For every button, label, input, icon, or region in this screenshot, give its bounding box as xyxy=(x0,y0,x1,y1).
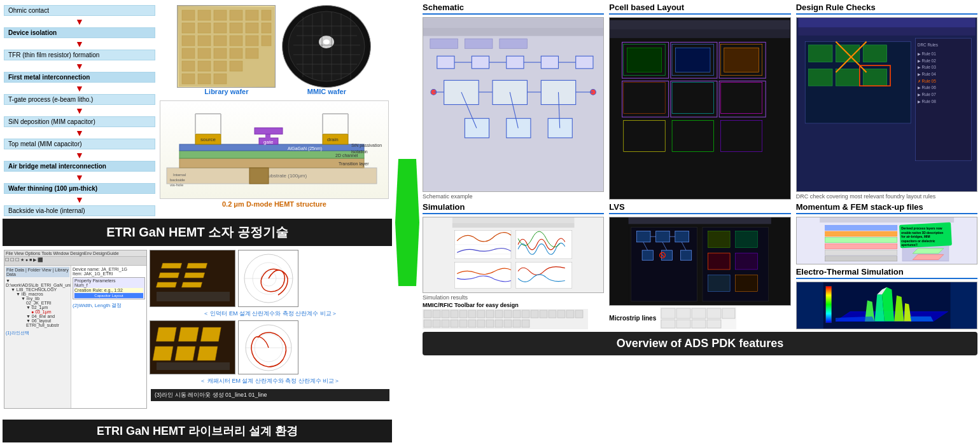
process-sin: SiN deposition (MIM capacitor) xyxy=(4,116,155,127)
process-first-metal: First metal interconnection xyxy=(4,72,155,83)
svg-text:isolation: isolation xyxy=(351,149,368,154)
svg-rect-255 xyxy=(825,250,897,255)
svg-rect-221 xyxy=(656,231,670,242)
pcell-title: Pcell based Layout xyxy=(609,3,790,15)
svg-rect-207 xyxy=(451,320,458,327)
svg-rect-256 xyxy=(825,256,897,261)
process-ohmic: Ohmic contact xyxy=(4,5,155,16)
svg-rect-49 xyxy=(179,158,364,168)
svg-rect-30 xyxy=(214,74,227,84)
toolbar-icons-svg xyxy=(423,309,588,329)
svg-marker-261 xyxy=(913,254,944,259)
svg-rect-110 xyxy=(541,56,558,69)
momentum-screenshot: Derived process layers now enable native… xyxy=(796,217,977,264)
svg-rect-193 xyxy=(486,310,494,318)
svg-rect-106 xyxy=(500,39,528,48)
svg-text:Derived process layers now: Derived process layers now xyxy=(901,227,942,230)
svg-rect-211 xyxy=(486,320,494,327)
svg-text:apertures!!: apertures!! xyxy=(901,243,918,247)
mmic-wafer-label: MMIC wafer xyxy=(307,88,346,95)
svg-marker-260 xyxy=(913,249,944,254)
svg-rect-227 xyxy=(681,250,692,261)
ads-overview-title: Overview of ADS PDK features xyxy=(423,332,977,355)
svg-rect-176 xyxy=(452,217,575,223)
svg-rect-195 xyxy=(504,310,512,318)
svg-rect-197 xyxy=(522,310,529,318)
svg-rect-6 xyxy=(262,10,271,20)
svg-text:▶ Rule 06: ▶ Rule 06 xyxy=(917,85,935,90)
inductor-images: ＜ 인덕터 EM 설계 산란계수와 측정 산란계수 비교＞ xyxy=(150,250,391,416)
svg-rect-212 xyxy=(495,320,503,327)
svg-rect-247 xyxy=(692,320,706,328)
svg-rect-186 xyxy=(424,310,431,318)
svg-rect-201 xyxy=(557,310,565,318)
svg-rect-159 xyxy=(808,69,832,86)
svg-rect-213 xyxy=(504,320,512,327)
arrow-9: ▼ xyxy=(4,195,155,204)
svg-rect-254 xyxy=(825,243,897,249)
svg-text:via-hole: via-hole xyxy=(170,183,184,187)
svg-rect-2 xyxy=(198,10,211,20)
wafer-top-row: Library wafer xyxy=(177,5,371,97)
svg-rect-241 xyxy=(676,308,690,318)
process-list: Ohmic contact ▼ Device isolation ▼ TFR (… xyxy=(3,3,157,219)
pcell-screenshot xyxy=(609,17,790,200)
eda-screenshot: File View Options Tools Window DesignEnv… xyxy=(4,250,147,409)
annotation-box-3: (3)라인 시동 레이아웃 생성 01_line1 01_line xyxy=(151,389,389,401)
process-topmetal: Top metal (MIM capacitor) xyxy=(4,139,155,149)
process-airbridge: Air bridge metal interconnection xyxy=(4,161,155,172)
lvs-col: LVS xyxy=(609,202,790,329)
drc-caption: DRC check covering most relevant foundry… xyxy=(796,193,977,200)
svg-rect-5 xyxy=(246,10,258,20)
drc-col: Design Rule Checks xyxy=(796,3,977,200)
svg-rect-77 xyxy=(186,263,207,268)
svg-rect-108 xyxy=(472,56,489,69)
svg-text:source: source xyxy=(200,137,216,142)
arrow-6: ▼ xyxy=(4,128,155,137)
svg-rect-238 xyxy=(736,275,758,292)
library-env: File View Options Tools Window DesignEnv… xyxy=(3,249,392,417)
svg-rect-242 xyxy=(692,308,706,318)
svg-rect-177 xyxy=(452,223,575,228)
svg-rect-80 xyxy=(156,282,176,287)
svg-rect-79 xyxy=(184,273,204,278)
momentum-thermal-col: Momentum & FEM stack-up files xyxy=(796,202,977,329)
microstrip-section: Microstrip lines xyxy=(609,307,790,329)
wafer-images-section: Library wafer xyxy=(157,3,392,219)
svg-rect-109 xyxy=(507,56,524,69)
svg-rect-252 xyxy=(825,231,897,236)
svg-text:AlGaGaN (25nm): AlGaGaN (25nm) xyxy=(288,146,322,151)
svg-rect-234 xyxy=(736,231,758,248)
svg-rect-202 xyxy=(566,310,574,318)
svg-marker-278 xyxy=(909,317,933,322)
svg-rect-220 xyxy=(637,231,651,242)
svg-text:▶ Rule 07: ▶ Rule 07 xyxy=(917,92,935,97)
svg-rect-198 xyxy=(531,310,538,318)
svg-rect-158 xyxy=(863,45,886,62)
svg-rect-243 xyxy=(707,308,721,318)
svg-text:gate: gate xyxy=(263,139,274,145)
svg-text:✗ Rule 05: ✗ Rule 05 xyxy=(917,79,935,83)
hemt-diagram: SiC substrate (100μm) Transition layer 2… xyxy=(160,100,389,199)
main-container: Ohmic contact ▼ Device isolation ▼ TFR (… xyxy=(0,0,980,445)
schematic-title: Schematic xyxy=(423,3,604,15)
svg-text:▶ Rule 01: ▶ Rule 01 xyxy=(917,51,935,56)
drc-title: Design Rule Checks xyxy=(796,3,977,15)
svg-rect-214 xyxy=(513,320,521,327)
svg-rect-235 xyxy=(708,253,731,270)
svg-rect-237 xyxy=(708,275,731,292)
inductor-smith-chart xyxy=(238,250,298,307)
svg-rect-107 xyxy=(437,56,454,69)
mmic-wafer-image xyxy=(282,5,371,88)
svg-rect-123 xyxy=(548,118,572,138)
ads-middle-row: Simulation xyxy=(423,202,977,329)
svg-rect-132 xyxy=(610,20,790,30)
simulation-title: Simulation xyxy=(423,202,604,214)
svg-rect-111 xyxy=(576,56,593,69)
svg-rect-204 xyxy=(424,320,431,327)
svg-rect-17 xyxy=(246,36,258,46)
svg-text:▶ Rule 04: ▶ Rule 04 xyxy=(917,72,935,76)
svg-rect-183 xyxy=(454,263,511,289)
svg-rect-121 xyxy=(465,118,489,138)
schematic-col: Schematic xyxy=(423,3,604,200)
